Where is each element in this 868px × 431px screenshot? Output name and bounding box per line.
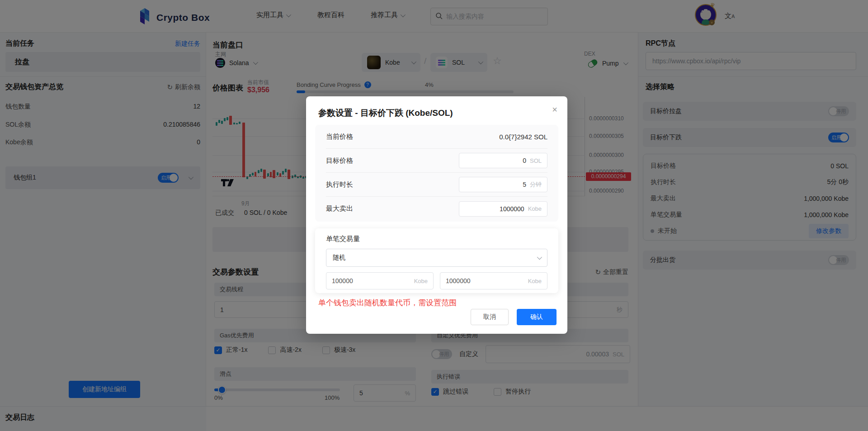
duration-input[interactable]: 5 分钟 <box>459 177 547 192</box>
row-label: 当前价格 <box>326 133 353 141</box>
chevron-down-icon <box>537 255 542 260</box>
confirm-button[interactable]: 确认 <box>517 309 557 325</box>
input-suffix: Kobe <box>528 205 542 212</box>
modal-qty-panel: 单笔交易量 随机 100000 Kobe 1000000 Kobe <box>315 228 558 293</box>
row-label: 执行时长 <box>326 180 353 189</box>
modal-row-target-price: 目标价格 0 SOL <box>326 149 547 173</box>
row-label: 最大卖出 <box>326 204 353 213</box>
cancel-button[interactable]: 取消 <box>471 309 509 325</box>
qty-max-input[interactable]: 1000000 Kobe <box>440 272 547 289</box>
input-value: 5 <box>523 181 526 188</box>
qty-label: 单笔交易量 <box>326 235 547 243</box>
input-value: 1000000 <box>446 277 471 284</box>
modal-hint-text: 单个钱包卖出随机数量代币，需设置范围 <box>318 298 457 308</box>
row-label: 目标价格 <box>326 156 353 165</box>
page: Crypto Box 实用工具 教程百科 推荐工具 输入搜索内容 ♛ v 文A <box>0 0 868 431</box>
row-value: 0.0{7}2942 SOL <box>499 133 547 141</box>
qty-min-input[interactable]: 100000 Kobe <box>326 272 434 289</box>
qty-mode-value: 随机 <box>333 254 345 262</box>
input-suffix: Kobe <box>528 278 542 284</box>
modal-title: 参数设置 - 目标价下跌 (Kobe/SOL) <box>318 107 453 119</box>
modal-row-maxsell: 最大卖出 1000000 Kobe <box>326 197 547 221</box>
input-suffix: SOL <box>530 157 542 164</box>
input-suffix: 分钟 <box>530 180 542 189</box>
modal-row-current-price: 当前价格 0.0{7}2942 SOL <box>326 125 547 149</box>
params-modal: 参数设置 - 目标价下跌 (Kobe/SOL) × 当前价格 0.0{7}294… <box>306 96 567 334</box>
target-price-input[interactable]: 0 SOL <box>459 153 547 168</box>
qty-mode-select[interactable]: 随机 <box>326 249 547 267</box>
modal-row-duration: 执行时长 5 分钟 <box>326 173 547 197</box>
close-icon[interactable]: × <box>552 104 557 115</box>
input-value: 1000000 <box>500 205 524 213</box>
input-value: 0 <box>523 157 526 164</box>
input-value: 100000 <box>332 277 353 284</box>
input-suffix: Kobe <box>414 278 428 284</box>
maxsell-input[interactable]: 1000000 Kobe <box>459 201 547 217</box>
modal-readonly-panel: 当前价格 0.0{7}2942 SOL 目标价格 0 SOL 执行时长 5 分钟… <box>315 125 558 222</box>
